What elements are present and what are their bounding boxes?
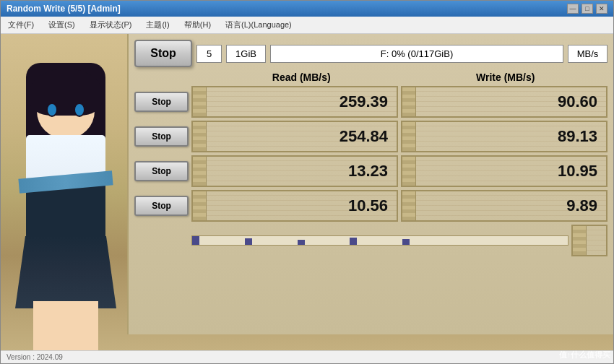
read-value-row3: 13.23 <box>191 155 398 187</box>
queue-depth-value: 5 <box>196 45 222 63</box>
table-row: Stop 13.23 10.95 <box>134 155 607 187</box>
menu-bar: 文件(F) 设置(S) 显示状态(P) 主题(I) 帮助(H) 语言(L)(La… <box>1 17 613 34</box>
character-eye-left <box>46 103 58 117</box>
control-row: Stop 5 1GiB F: 0% (0/117GiB) MB/s <box>134 40 607 67</box>
table-row: Stop 10.56 9.89 <box>134 190 607 222</box>
menu-theme[interactable]: 主题(I) <box>142 18 173 32</box>
unit-value: MB/s <box>568 45 607 63</box>
read-value-row2: 254.84 <box>191 121 398 152</box>
write-value-row4: 9.89 <box>401 190 607 222</box>
table-row: Stop 254.84 89.13 <box>134 121 607 152</box>
stop-button-row2[interactable]: Stop <box>134 126 189 147</box>
stop-button-row3[interactable]: Stop <box>134 161 189 181</box>
menu-help[interactable]: 帮助(H) <box>180 18 215 32</box>
menu-display[interactable]: 显示状态(P) <box>85 18 137 32</box>
close-button[interactable]: ✕ <box>596 4 607 14</box>
block-size-value: 1GiB <box>226 45 266 63</box>
drive-info-value: F: 0% (0/117GiB) <box>270 45 563 63</box>
menu-language[interactable]: 语言(L)(Language) <box>221 18 296 32</box>
main-content: Stop 5 1GiB F: 0% (0/117GiB) MB/s Read (… <box>1 34 613 350</box>
read-value-row1: 259.39 <box>191 86 398 118</box>
character-legs <box>33 301 98 350</box>
watermark: 值↑什么值得买 <box>559 350 611 360</box>
column-headers: Read (MB/s) Write (MB/s) <box>134 72 607 83</box>
progress-segment <box>298 240 305 245</box>
version-label: Version : 2024.09 <box>7 353 63 361</box>
progress-segment <box>350 238 357 245</box>
menu-file[interactable]: 文件(F) <box>4 18 38 32</box>
window-controls: — □ ✕ <box>567 4 607 14</box>
read-column-header: Read (MB/s) <box>199 72 404 83</box>
progress-value <box>571 225 607 256</box>
stop-button-main[interactable]: Stop <box>134 40 192 67</box>
read-value-row4: 10.56 <box>191 190 398 222</box>
stop-button-row4[interactable]: Stop <box>134 196 189 216</box>
app-window: Random Write (5/5) [Admin] — □ ✕ 文件(F) 设… <box>0 0 614 364</box>
benchmark-panel: Stop 5 1GiB F: 0% (0/117GiB) MB/s Read (… <box>127 34 613 334</box>
write-value-row3: 10.95 <box>401 155 607 187</box>
write-value-row2: 89.13 <box>401 121 607 152</box>
maximize-button[interactable]: □ <box>581 4 593 14</box>
title-bar: Random Write (5/5) [Admin] — □ ✕ <box>1 1 613 17</box>
progress-row <box>134 225 607 256</box>
progress-segment <box>192 236 199 245</box>
anime-character <box>4 41 131 350</box>
window-title: Random Write (5/5) [Admin] <box>7 4 121 14</box>
status-bar: Version : 2024.09 <box>1 350 613 363</box>
character-skirt <box>15 236 116 308</box>
minimize-button[interactable]: — <box>567 4 579 14</box>
progress-segment <box>245 238 252 245</box>
write-value-row1: 90.60 <box>401 86 607 118</box>
menu-settings[interactable]: 设置(S) <box>44 18 79 32</box>
progress-area <box>191 235 568 246</box>
write-column-header: Write (MB/s) <box>404 72 608 83</box>
progress-segment <box>402 239 410 245</box>
character-body <box>26 135 105 251</box>
table-row: Stop 259.39 90.60 <box>134 86 607 118</box>
character-hair-top <box>30 69 102 116</box>
stop-button-row1[interactable]: Stop <box>134 92 189 112</box>
character-art <box>1 34 134 350</box>
character-eye-right <box>74 103 85 117</box>
